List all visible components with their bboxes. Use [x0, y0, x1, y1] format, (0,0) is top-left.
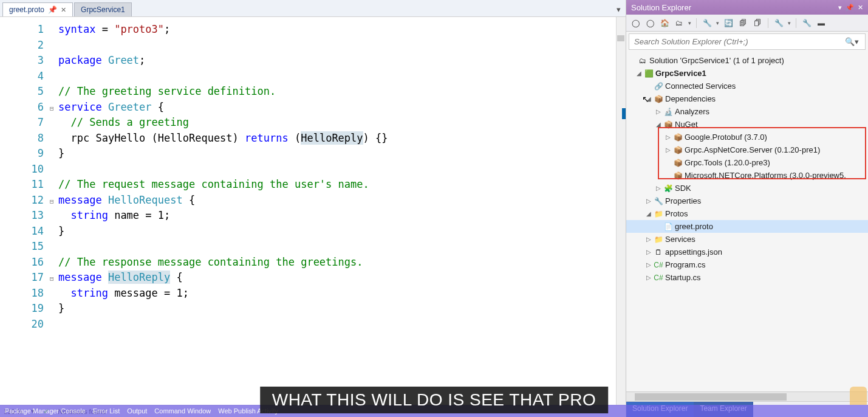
preview-icon[interactable]: 🔧 [801, 18, 812, 29]
explorer-search[interactable]: 🔍▾ [629, 33, 866, 50]
analyzers-node[interactable]: ▷🔬 Analyzers [626, 105, 868, 118]
pin-icon[interactable]: 📌 [48, 5, 57, 14]
overview-marker [622, 108, 626, 119]
tab-greet-proto[interactable]: greet.proto 📌 ✕ [2, 2, 73, 16]
home-icon[interactable]: 🏠 [659, 18, 670, 29]
package-node[interactable]: 📦 Microsoft.NETCore.Platforms (3.0.0-pre… [626, 169, 868, 182]
sdk-node[interactable]: ▷🧩 SDK [626, 182, 868, 195]
more-icon[interactable]: ▬ [816, 18, 827, 29]
code-body[interactable]: syntax = "proto3"; package Greet; // The… [53, 17, 616, 405]
properties-icon[interactable]: 🔧 [773, 18, 784, 29]
appsettings-file[interactable]: ▷🗒 appsettings.json [626, 246, 868, 258]
solution-explorer-title-bar[interactable]: Solution Explorer ▾ 📌 ✕ [626, 0, 868, 15]
services-folder[interactable]: ▷📁 Services [626, 233, 868, 246]
package-node[interactable]: ▷📦 Google.Protobuf (3.7.0) [626, 131, 868, 143]
search-input[interactable] [632, 35, 841, 48]
pin-icon[interactable]: 📌 [846, 4, 854, 12]
editor-pane: greet.proto 📌 ✕ GrpcService1 ▾ 123456789… [0, 0, 626, 417]
connected-services-node[interactable]: 🔗 Connected Services [626, 80, 868, 92]
tab-overflow-dropdown[interactable]: ▾ [612, 2, 626, 16]
show-all-icon[interactable]: 🗐 [737, 18, 748, 29]
status-item[interactable]: Output [127, 407, 147, 415]
solution-explorer-pane: Solution Explorer ▾ 📌 ✕ ◯ ◯ 🏠 🗂 ▾ 🔧 ▾ 🔄 … [626, 0, 868, 417]
status-item[interactable]: Command Window [154, 407, 211, 415]
split-handle[interactable] [617, 35, 624, 41]
forward-icon[interactable]: ◯ [644, 18, 655, 29]
startup-cs-file[interactable]: ▷C# Startup.cs [626, 271, 868, 284]
status-item[interactable]: Error List [93, 407, 120, 415]
code-editor[interactable]: 1234567891011121314151617181920 syntax =… [0, 17, 626, 405]
window-options-icon[interactable]: ▾ [838, 4, 842, 12]
program-cs-file[interactable]: ▷C# Program.cs [626, 258, 868, 271]
greet-proto-file[interactable]: 📄 greet.proto [626, 220, 868, 233]
nuget-node[interactable]: ◢📦 NuGet [626, 118, 868, 131]
explorer-toolbar: ◯ ◯ 🏠 🗂 ▾ 🔧 ▾ 🔄 🗐 🗍 🔧 ▾ 🔧 ▬ [626, 15, 868, 32]
panel-title: Solution Explorer [631, 3, 691, 12]
status-item[interactable]: Package Manager Console [5, 407, 86, 415]
solution-tree[interactable]: 🗂 Solution 'GrpcService1' (1 of 1 projec… [626, 52, 868, 391]
properties-node[interactable]: ▷🔧 Properties [626, 195, 868, 207]
sync-icon[interactable]: 🔄 [723, 18, 734, 29]
switch-views-icon[interactable]: 🗂 [674, 18, 685, 29]
tab-grpcservice1[interactable]: GrpcService1 [74, 2, 132, 16]
horizontal-scrollbar[interactable] [626, 391, 868, 401]
document-tab-bar: greet.proto 📌 ✕ GrpcService1 ▾ [0, 0, 626, 17]
pending-changes-icon[interactable]: 🔧 [702, 18, 713, 29]
dependencies-node[interactable]: ◢📦 Dependencies ↖ [626, 92, 868, 105]
line-number-gutter: 1234567891011121314151617181920 [0, 17, 53, 405]
back-icon[interactable]: ◯ [630, 18, 641, 29]
mascot-icon [850, 387, 867, 405]
tab-label: greet.proto [9, 5, 44, 14]
package-node[interactable]: 📦 Grpc.Tools (1.20.0-pre3) [626, 156, 868, 169]
search-icon[interactable]: 🔍▾ [841, 37, 863, 46]
tab-label: GrpcService1 [81, 5, 125, 14]
collapse-all-icon[interactable]: 🗍 [752, 18, 763, 29]
scrollbar-thumb[interactable] [635, 393, 787, 401]
project-node[interactable]: ◢🟩 GrpcService1 [626, 67, 868, 80]
close-icon[interactable]: ✕ [858, 4, 863, 12]
protos-folder[interactable]: ◢📁 Protos [626, 207, 868, 220]
close-icon[interactable]: ✕ [61, 6, 66, 14]
package-node[interactable]: ▷📦 Grpc.AspNetCore.Server (0.1.20-pre1) [626, 143, 868, 156]
solution-node[interactable]: 🗂 Solution 'GrpcService1' (1 of 1 projec… [626, 54, 868, 67]
video-caption: WHAT THIS WILL DO IS SEE THAT PRO [260, 387, 609, 413]
overview-ruler[interactable] [616, 17, 626, 405]
